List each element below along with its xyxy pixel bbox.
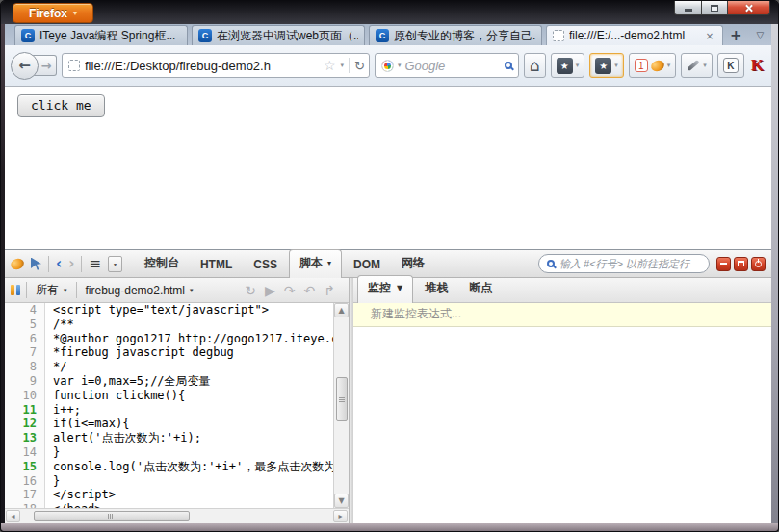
line-number[interactable]: 7 bbox=[5, 345, 44, 360]
picker-tool-button[interactable]: ▾ bbox=[681, 53, 713, 78]
side-panel-tab[interactable]: 断点 bbox=[459, 276, 502, 302]
scroll-right-button[interactable]: ▸ bbox=[333, 510, 348, 522]
firebug-tab[interactable]: 网络 bbox=[392, 250, 434, 277]
firebug-minimize-button[interactable] bbox=[716, 257, 731, 271]
titlebar[interactable]: Firefox ▾ bbox=[1, 1, 778, 24]
code-line: 11 i++; bbox=[5, 403, 333, 418]
step-out-button[interactable]: ↱ bbox=[324, 284, 335, 297]
firebug-tab[interactable]: 控制台 bbox=[135, 250, 189, 277]
tab-favicon-icon: C bbox=[198, 29, 212, 42]
line-number[interactable]: 15 bbox=[5, 460, 44, 474]
kaspersky-button[interactable]: K bbox=[749, 56, 766, 75]
url-bar[interactable]: ☆ ▾ ↻ bbox=[62, 53, 370, 78]
minimize-button[interactable] bbox=[674, 1, 702, 15]
rerun-button[interactable]: ↻ bbox=[245, 284, 256, 297]
search-engine-dropdown-icon[interactable]: ▾ bbox=[398, 62, 402, 69]
line-text: console.log('点击次数为:'+i+'，最多点击次数为:'+max) bbox=[44, 460, 333, 474]
virtual-keyboard-button[interactable]: K bbox=[717, 53, 744, 78]
horizontal-scrollbar[interactable]: ◂ ▸ bbox=[5, 508, 349, 523]
click-me-button[interactable]: click me bbox=[17, 94, 105, 117]
bookmark-star-icon[interactable]: ☆ bbox=[324, 58, 336, 73]
scroll-up-button[interactable]: ▲ bbox=[334, 303, 349, 317]
window-frame: C ITeye Java编程 Spring框... C 在浏览器中调试web页面… bbox=[1, 24, 778, 523]
line-number[interactable]: 17 bbox=[5, 488, 44, 502]
line-number[interactable]: 6 bbox=[5, 332, 44, 346]
line-number[interactable]: 16 bbox=[5, 474, 44, 489]
firefox-menu-button[interactable]: Firefox ▾ bbox=[13, 3, 93, 23]
firebug-tab[interactable]: HTML bbox=[191, 253, 242, 277]
history-back-icon[interactable]: ‹ bbox=[56, 257, 62, 271]
vertical-scrollbar-thumb[interactable] bbox=[336, 377, 348, 421]
tab-favicon-icon: C bbox=[376, 29, 389, 42]
restore-button[interactable] bbox=[702, 1, 728, 15]
firebug-toolbar-button[interactable]: 1 ▾ bbox=[629, 53, 677, 78]
firebug-tab-label: 网络 bbox=[402, 255, 425, 271]
tab-label: 在浏览器中调试web页面（... bbox=[217, 28, 358, 44]
home-button[interactable]: ⌂ bbox=[524, 53, 546, 78]
history-forward-icon[interactable]: › bbox=[68, 257, 74, 271]
code-line: 9 var i=0,max=5;//全局变量 bbox=[5, 374, 333, 389]
line-number[interactable]: 9 bbox=[5, 374, 44, 389]
step-into-button[interactable]: ↷ bbox=[284, 284, 296, 297]
line-number[interactable]: 8 bbox=[5, 360, 44, 374]
firebug-search-box[interactable] bbox=[538, 254, 710, 273]
inspect-element-icon[interactable] bbox=[31, 258, 41, 270]
close-button[interactable] bbox=[728, 1, 770, 15]
list-all-tabs-button[interactable]: ▽ bbox=[753, 26, 767, 44]
side-panel-tab[interactable]: 监控 ▼ bbox=[357, 275, 413, 303]
new-watch-expression-field[interactable]: 新建监控表达式... bbox=[353, 303, 771, 327]
line-number[interactable]: 18 bbox=[5, 502, 44, 508]
scroll-left-button[interactable]: ◂ bbox=[6, 510, 20, 522]
browser-tab[interactable]: C 原创专业的博客，分享自己... bbox=[369, 25, 542, 45]
search-icon[interactable] bbox=[505, 62, 512, 69]
search-input[interactable] bbox=[404, 59, 500, 73]
reload-icon[interactable]: ↻ bbox=[354, 59, 365, 73]
line-number[interactable]: 12 bbox=[5, 417, 44, 431]
bookmarks-menu-button[interactable]: ★ ▾ bbox=[551, 53, 585, 78]
chevron-down-icon[interactable]: ▾ bbox=[703, 62, 707, 69]
scroll-down-button[interactable]: ▼ bbox=[334, 494, 349, 508]
step-over-button[interactable]: ↶ bbox=[304, 284, 316, 297]
vertical-scrollbar[interactable]: ▲ ▼ bbox=[333, 303, 349, 508]
code-line: 14 } bbox=[5, 445, 333, 460]
line-number[interactable]: 11 bbox=[5, 403, 44, 418]
browser-tab[interactable]: C ITeye Java编程 Spring框... bbox=[14, 25, 188, 45]
search-bar[interactable]: ▾ bbox=[375, 53, 519, 78]
browser-client: C ITeye Java编程 Spring框... C 在浏览器中调试web页面… bbox=[5, 24, 771, 523]
line-number[interactable]: 13 bbox=[5, 431, 44, 445]
code-line: 7 *firebug javascript degbug bbox=[5, 345, 333, 360]
firebug-tab[interactable]: DOM bbox=[344, 253, 390, 277]
chevron-down-icon[interactable]: ▾ bbox=[667, 62, 671, 69]
back-button[interactable]: ← bbox=[11, 52, 39, 80]
bookmark-this-page-button[interactable]: ★ ▾ bbox=[589, 53, 624, 78]
tab-strip: C ITeye Java编程 Spring框... C 在浏览器中调试web页面… bbox=[5, 24, 771, 45]
horizontal-scrollbar-thumb[interactable] bbox=[34, 511, 190, 521]
firebug-deactivate-button[interactable] bbox=[751, 257, 766, 271]
line-number[interactable]: 14 bbox=[5, 445, 44, 460]
url-dropdown-icon[interactable]: ▾ bbox=[340, 62, 344, 69]
page-content: click me bbox=[5, 87, 771, 249]
firebug-search-input[interactable] bbox=[559, 258, 701, 269]
script-type-filter-dropdown[interactable]: 所有 ▾ bbox=[33, 280, 70, 300]
code-line: 5 /** bbox=[5, 317, 333, 332]
tab-close-icon[interactable]: × bbox=[703, 29, 716, 42]
continue-button[interactable]: ▶ bbox=[265, 284, 275, 297]
browser-tab[interactable]: C 在浏览器中调试web页面（... bbox=[192, 25, 365, 45]
firebug-tab[interactable]: CSS bbox=[244, 253, 287, 277]
line-number[interactable]: 4 bbox=[5, 303, 44, 317]
new-tab-button[interactable]: + bbox=[727, 26, 745, 44]
line-number[interactable]: 5 bbox=[5, 317, 44, 332]
url-input[interactable] bbox=[85, 59, 319, 73]
minimize-icon bbox=[720, 263, 727, 265]
side-panel-tab[interactable]: 堆栈 bbox=[415, 276, 457, 302]
options-dropdown-button[interactable]: ▾ bbox=[108, 256, 122, 272]
break-on-next-icon[interactable] bbox=[11, 285, 20, 295]
browser-tab[interactable]: file:///E:/...-demo2.html × bbox=[546, 25, 723, 45]
line-text: *firebug javascript degbug bbox=[44, 345, 234, 360]
firebug-tab[interactable]: 脚本 ▾ bbox=[289, 249, 342, 278]
firebug-options-icon[interactable]: ≡ bbox=[89, 255, 101, 272]
firebug-popout-button[interactable] bbox=[734, 257, 748, 271]
script-file-dropdown[interactable]: firebug-demo2.html ▾ bbox=[83, 282, 196, 299]
line-number[interactable]: 10 bbox=[5, 389, 44, 403]
firebug-menu-icon[interactable] bbox=[10, 257, 26, 271]
